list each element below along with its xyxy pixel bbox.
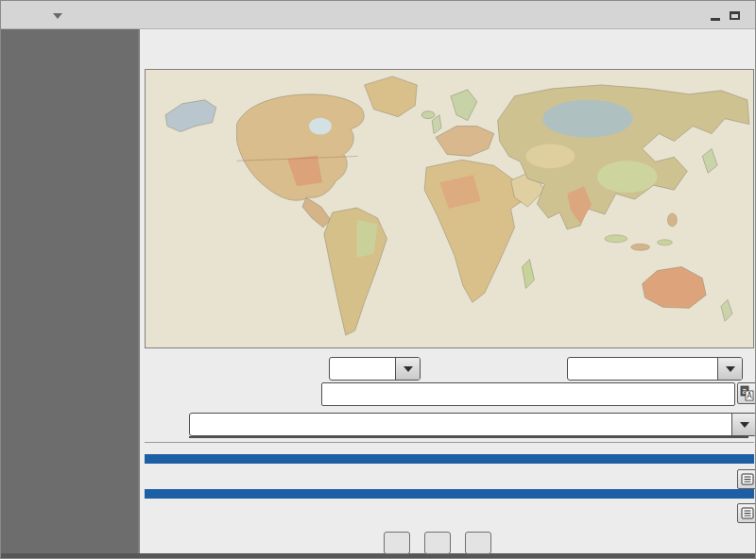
minimize-button[interactable] [711,10,720,21]
software-log-button[interactable] [737,503,756,523]
region-select[interactable] [329,357,421,381]
language-dropdown-list [189,436,748,438]
software-install-row [145,506,160,520]
wizard-buttons [384,532,491,554]
system-install-row [145,472,160,486]
zone-value [568,358,717,380]
chevron-down-icon [53,13,62,19]
timezone-map[interactable] [145,69,754,348]
settings-gear-icon[interactable] [680,5,701,25]
zone-select[interactable] [567,357,743,381]
back-button[interactable] [424,532,451,554]
translate-icon: а A [740,385,754,401]
locale-progress-bar [145,454,754,464]
svg-text:A: A [747,392,752,400]
quit-button[interactable] [384,532,410,554]
installer-window: а A [0,0,756,559]
maximize-button[interactable] [730,11,740,20]
language-dropdown-arrow[interactable] [731,414,756,435]
language-value [190,414,731,435]
language-select[interactable] [189,413,756,436]
log-icon [741,473,754,485]
bottom-strip [1,553,756,559]
region-value [330,358,395,380]
edit-languages-button[interactable]: а A [737,382,756,404]
available-languages-input[interactable] [321,382,735,406]
next-button[interactable] [465,532,491,554]
load-menu-button[interactable] [46,7,62,25]
region-dropdown-arrow[interactable] [395,358,420,380]
sidebar [1,29,138,553]
titlebar [1,1,756,29]
system-progress-bar [145,489,754,499]
gears-logo-icon [1,29,138,161]
main-content: а A [138,29,756,553]
app-logo-gears-icon [7,1,43,29]
separator [145,442,754,443]
system-log-button[interactable] [737,469,756,489]
continents [165,76,749,335]
log-icon [741,507,754,519]
zone-dropdown-arrow[interactable] [717,358,742,380]
